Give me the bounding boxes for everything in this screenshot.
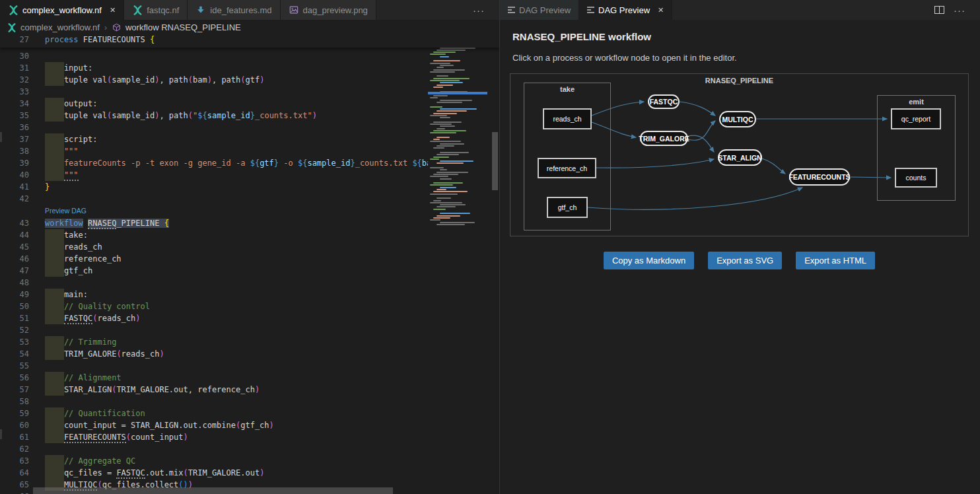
chevron-right-icon: › [103, 23, 108, 32]
code-line[interactable]: 30 [0, 50, 428, 62]
code-token: ${ [298, 159, 307, 168]
code-token: tuple val [45, 75, 107, 85]
code-line[interactable]: 56 // Alignment [0, 372, 428, 384]
code-line[interactable]: 44 take: [0, 229, 428, 241]
scrollbar-thumb[interactable] [492, 132, 498, 190]
tab-ide-features[interactable]: ide_features.md [188, 0, 280, 20]
tab-fastqc[interactable]: fastqc.nf [124, 0, 188, 20]
code-line[interactable]: 35 tuple val(sample_id), path("${sample_… [0, 110, 428, 122]
dag-process-FEATURECOUNTS[interactable]: FEATURECOUNTS [789, 168, 850, 186]
code-line[interactable]: 39 featureCounts -p -t exon -g gene_id -… [0, 157, 428, 169]
code-token: TRIM_GALORE.out, reference_ch [116, 385, 255, 394]
code-token: FASTQC [64, 314, 92, 324]
code-line[interactable]: 54 TRIM_GALORE(reads_ch) [0, 348, 428, 360]
code-token: FEATURECOUNTS [64, 433, 126, 443]
dag-channel-reference_ch: reference_ch [538, 158, 596, 178]
tab-complex-workflow[interactable]: complex_workflow.nf ✕ [0, 0, 124, 20]
code-line[interactable]: 32 tuple val(sample_id), path(bam), path… [0, 74, 428, 86]
minimap-line [437, 224, 465, 225]
code-line[interactable]: 59 // Quantification [0, 407, 428, 419]
line-number: 44 [0, 229, 29, 241]
code-line[interactable]: 33 [0, 86, 428, 98]
code-line[interactable]: 58 [0, 396, 428, 407]
code-line[interactable]: 61 FEATURECOUNTS(count_input) [0, 431, 428, 443]
export-as-svg-button[interactable]: Export as SVG [708, 252, 782, 269]
code-token: process [45, 35, 79, 44]
code-line[interactable]: 52 [0, 324, 428, 336]
minimap-line [430, 159, 439, 160]
vertical-scrollbar[interactable] [491, 35, 499, 494]
export-as-html-button[interactable]: Export as HTML [796, 252, 875, 269]
code-line[interactable]: 60 count_input = STAR_ALIGN.out.combine(… [0, 419, 428, 431]
split-editor-icon[interactable] [934, 6, 944, 14]
code-token: FEATURECOUNTS [79, 35, 150, 44]
code-line[interactable]: 55 [0, 360, 428, 372]
code-line[interactable]: 41} [0, 181, 428, 193]
minimap-line [437, 102, 462, 103]
code-line[interactable]: 50 // Quality control [0, 300, 428, 312]
line-number: 54 [0, 348, 29, 360]
code-line[interactable]: 53 // Trimming [0, 336, 428, 348]
code-line[interactable]: 63 // Aggregate QC [0, 455, 428, 467]
code-text: FASTQC(reads_ch) [45, 312, 141, 324]
close-icon[interactable]: ✕ [110, 6, 116, 15]
more-actions-icon[interactable]: ··· [473, 5, 485, 16]
code-line[interactable]: 48 [0, 277, 428, 289]
dag-process-MULTIQC[interactable]: MULTIQC [719, 111, 756, 127]
tab-dag-preview-active[interactable]: DAG Preview ✕ [579, 0, 672, 20]
code-line[interactable]: 36 [0, 122, 428, 133]
symbol-cube-icon [112, 22, 122, 33]
tab-dag-preview-inactive[interactable]: DAG Preview [500, 0, 579, 20]
code-token: TRIM_GALORE.out [188, 468, 260, 477]
code-line[interactable]: 64 qc_files = FASTQC.out.mix(TRIM_GALORE… [0, 467, 428, 479]
code-line[interactable]: 45 reads_ch [0, 241, 428, 253]
line-number: 42 [0, 193, 29, 205]
sticky-scroll-line[interactable]: 27process FEATURECOUNTS { [0, 35, 499, 48]
code-token: ) [269, 421, 274, 430]
code-line[interactable]: 40 """ [0, 169, 428, 181]
code-line[interactable]: 34 output: [0, 98, 428, 110]
code-line[interactable]: 62 [0, 443, 428, 455]
breadcrumb-file[interactable]: complex_workflow.nf [20, 22, 100, 32]
code-token: ) [135, 314, 140, 323]
code-line[interactable]: 46 reference_ch [0, 253, 428, 265]
minimap-line [440, 187, 456, 188]
code-token: ${ [412, 159, 421, 168]
code-line[interactable]: 42 [0, 193, 428, 205]
code-line[interactable]: 31 input: [0, 62, 428, 74]
line-number: 62 [0, 443, 29, 455]
code-token: gtf_ch [45, 266, 92, 275]
minimap-line [440, 117, 450, 118]
dag-process-STAR_ALIGN[interactable]: STAR_ALIGN [718, 149, 762, 166]
code-token: """ [64, 170, 79, 181]
scrollbar-thumb[interactable] [33, 487, 393, 494]
dag-channel-counts: counts [895, 168, 937, 188]
code-line[interactable]: 57 STAR_ALIGN(TRIM_GALORE.out, reference… [0, 384, 428, 396]
code-line[interactable]: 37 script: [0, 133, 428, 145]
codelens-preview-dag[interactable]: Preview DAG [45, 205, 87, 217]
breadcrumb-symbol[interactable]: workflow RNASEQ_PIPELINE [125, 22, 241, 32]
code-token: featureCounts -p -t exon -g gene_id -a [45, 159, 250, 168]
horizontal-scrollbar[interactable] [0, 487, 428, 494]
dag-process-FASTQC[interactable]: FASTQC [648, 94, 680, 109]
code-line[interactable]: 47 gtf_ch [0, 265, 428, 277]
code-token: ( [92, 314, 97, 323]
code-token: """ [45, 147, 79, 156]
more-actions-icon[interactable]: ··· [954, 5, 965, 16]
code-line[interactable]: 49 main: [0, 289, 428, 300]
tab-dag-preview-png[interactable]: dag_preview.png [281, 0, 376, 20]
code-token: sample_id [112, 111, 155, 120]
minimap-line [437, 75, 448, 77]
code-editor[interactable]: 27process FEATURECOUNTS { 3031 input:32 … [0, 35, 499, 494]
code-line[interactable]: 38 """ [0, 145, 428, 157]
code-line[interactable]: 51 FASTQC(reads_ch) [0, 312, 428, 324]
tab-label: DAG Preview [598, 5, 650, 15]
code-line[interactable]: 43workflow RNASEQ_PIPELINE { [0, 217, 428, 229]
code-text: output: [45, 98, 97, 110]
code-token: take: [45, 230, 88, 240]
copy-as-markdown-button[interactable]: Copy as Markdown [604, 252, 694, 269]
dag-process-TRIM_GALORE[interactable]: TRIM_GALORE [640, 131, 688, 146]
minimap[interactable] [428, 35, 491, 494]
line-number: 57 [0, 384, 29, 396]
close-icon[interactable]: ✕ [658, 6, 664, 15]
